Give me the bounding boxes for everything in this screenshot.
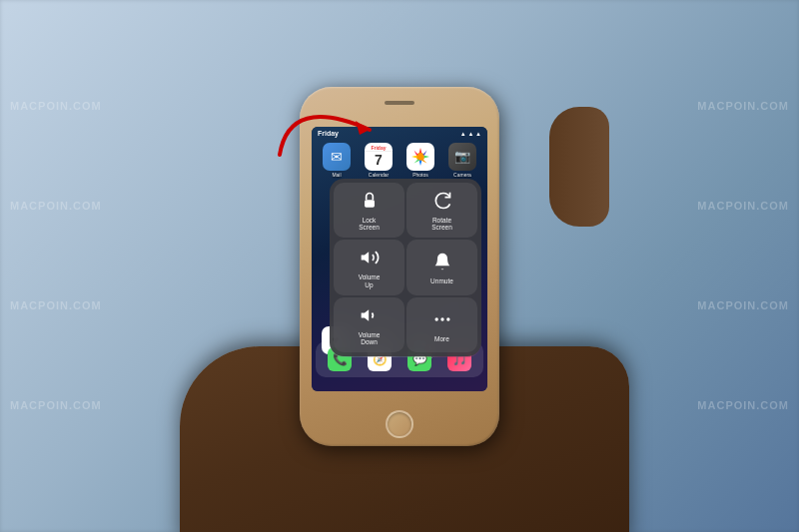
status-time: Friday [318,130,339,137]
status-icons: ▲ ▲ ▲ [460,131,481,137]
watermark-3: MACPOIN.COM [10,299,102,311]
assistive-touch-menu[interactable]: LockScreen RotateScreen [330,179,481,357]
photos-label: Photos [412,172,428,178]
mail-label: Mail [332,172,341,178]
volume-down-icon [360,305,380,328]
home-button[interactable] [386,410,413,438]
photos-icon [406,143,434,171]
iphone-body: Friday ▲ ▲ ▲ ✉ Mail Friday 7 Calendar [300,87,499,446]
phone-wrapper: Friday ▲ ▲ ▲ ✉ Mail Friday 7 Calendar [210,7,589,526]
lock-screen-icon [360,191,380,214]
calendar-icon: Friday 7 [365,143,393,171]
app-icon-mail[interactable]: ✉ Mail [318,143,356,178]
menu-item-more[interactable]: More [406,297,477,353]
calendar-label: Calendar [369,172,389,178]
app-icon-camera[interactable]: 📷 Camera [443,143,481,178]
volume-down-label: VolumeDown [359,331,381,347]
menu-grid: LockScreen RotateScreen [334,183,477,353]
rotate-screen-icon [432,191,452,214]
iphone-screen: Friday ▲ ▲ ▲ ✉ Mail Friday 7 Calendar [312,127,487,391]
menu-item-lock-screen[interactable]: LockScreen [334,183,404,239]
svg-point-5 [434,317,437,320]
watermark-2: MACPOIN.COM [10,200,102,212]
watermark-8: MACPOIN.COM [697,399,789,411]
svg-point-6 [440,317,443,320]
watermark-6: MACPOIN.COM [697,200,789,212]
rotate-screen-label: RotateScreen [431,217,452,233]
app-grid-top: ✉ Mail Friday 7 Calendar [316,141,483,180]
volume-up-label: VolumeUp [359,273,381,289]
status-bar: Friday ▲ ▲ ▲ [312,127,487,141]
app-icon-calendar[interactable]: Friday 7 Calendar [360,143,398,178]
svg-marker-2 [361,252,369,264]
finger-right [549,107,609,227]
watermark-5: MACPOIN.COM [697,100,789,112]
app-icon-photos[interactable]: Photos [401,143,439,178]
phone-speaker [385,101,414,105]
svg-point-7 [446,317,449,320]
more-label: More [434,335,449,343]
camera-icon: 📷 [448,143,476,171]
menu-item-rotate-screen[interactable]: RotateScreen [406,183,477,239]
menu-item-volume-down[interactable]: VolumeDown [334,297,404,353]
lock-screen-label: LockScreen [359,217,380,233]
mail-icon: ✉ [323,143,351,171]
unmute-icon [432,252,452,274]
more-icon [432,309,452,332]
camera-label: Camera [453,172,471,178]
menu-item-unmute[interactable]: Unmute [406,240,477,295]
unmute-label: Unmute [430,277,453,285]
watermark-7: MACPOIN.COM [697,299,789,311]
menu-item-volume-up[interactable]: VolumeUp [334,240,404,295]
volume-up-icon [360,248,380,270]
watermark-1: MACPOIN.COM [10,100,102,112]
svg-marker-4 [361,309,369,321]
svg-point-3 [440,254,443,256]
svg-rect-1 [365,200,375,208]
watermark-4: MACPOIN.COM [10,399,102,411]
